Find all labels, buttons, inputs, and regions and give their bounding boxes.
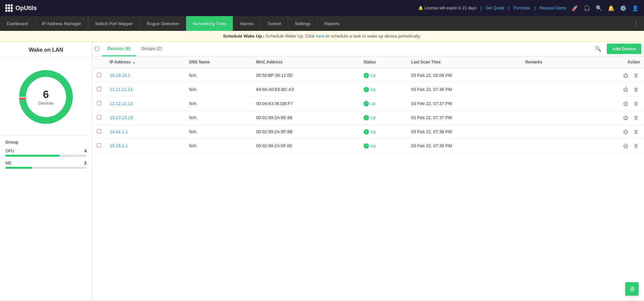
group-item: ME 2 [5,161,87,169]
select-all-checkbox[interactable] [95,47,99,51]
cell-dns: N/A [185,139,252,153]
delete-button[interactable]: 🗑 [632,100,640,107]
license-text: 🔔 License will expire in 21 days [418,6,477,10]
bottom-right-fab[interactable]: 🖥 [625,282,639,296]
delete-button[interactable]: 🗑 [632,128,640,135]
group-bar-bg [5,167,87,169]
nav-switch-mapper[interactable]: Switch Port Mapper [88,16,140,31]
row-checkbox[interactable] [97,115,101,119]
row-checkbox[interactable] [97,87,101,91]
donut-device-label: Devices [38,101,54,106]
nav-rogue-detection[interactable]: Rogue Detection [140,16,186,31]
cell-status: ✓ Up [360,139,407,153]
cell-action: ⏻ 🗑 [580,139,644,153]
banner-link[interactable]: here [316,34,325,39]
table-row: 15.15.1.1 N/A 00:02:99:2A:5F:00 ✓ Up 03 … [92,139,644,153]
donut-label: 6 Devices [38,88,54,106]
row-checkbox-cell [92,139,106,153]
content-layout: Wake on LAN 6 Devices [0,42,644,300]
tab-devices[interactable]: Devices (6) [102,42,136,56]
row-checkbox[interactable] [97,129,101,134]
cell-scan-time: 03 Feb 22, 07:38 PM [407,125,521,139]
nav-alarms[interactable]: Alarms [233,16,260,31]
headset-icon[interactable]: 🎧 [584,5,590,11]
nav-settings[interactable]: Settings [288,16,318,31]
license-notice: 🔔 License will expire in 21 days | Get Q… [418,6,566,10]
ip-link[interactable]: 13.13.13.13 [110,115,133,120]
row-checkbox[interactable] [97,101,101,105]
tab-groups[interactable]: Groups (2) [136,42,167,56]
ip-link[interactable]: 11.11.11.11 [110,87,133,92]
license-sep2: | [508,6,509,10]
cell-mac: 00:02:99:2A:5F:8B [252,125,360,139]
get-quote-link[interactable]: Get Quote [486,6,504,10]
ip-link[interactable]: 12.12.12.12 [110,101,133,106]
nav-more-icon[interactable]: ⋮ [627,20,644,27]
request-demo-link[interactable]: Request Demo [539,6,566,10]
license-sep3: | [534,6,535,10]
row-checkbox-cell [92,125,106,139]
delete-button[interactable]: 🗑 [632,114,640,121]
power-button[interactable]: ⏻ [622,86,630,93]
cell-action: ⏻ 🗑 [580,111,644,125]
power-button[interactable]: ⏻ [622,128,630,135]
table-row: 14.41.1.1 N/A 00:02:99:2A:5F:8B ✓ Up 03 … [92,125,644,139]
cell-mac: 00:02:99:2A:6E:88 [252,111,360,125]
col-header-remarks: Remarks [521,56,580,68]
cell-scan-time: 03 Feb 22, 07:39 PM [407,139,521,153]
user-icon[interactable]: 👤 [632,5,639,11]
cell-mac: 00:50:BF:00:11:0D [252,68,360,83]
tab-actions: 🔍 Add Device [592,44,641,54]
bell-icon[interactable]: 🔔 [608,5,614,11]
add-device-button[interactable]: Add Device [607,44,641,54]
group-item: OPU 4 [5,149,87,157]
ip-link[interactable]: 14.41.1.1 [110,129,128,134]
row-checkbox-cell [92,97,106,111]
nav-reports[interactable]: Reports [318,16,347,31]
search-icon[interactable]: 🔍 [596,5,602,11]
cell-ip: 15.15.1.1 [106,139,185,153]
table-search-button[interactable]: 🔍 [592,44,604,53]
delete-button[interactable]: 🗑 [632,142,640,149]
row-checkbox[interactable] [97,73,101,77]
nav-dashboard[interactable]: Dashboard [0,16,35,31]
delete-button[interactable]: 🗑 [632,72,640,79]
banner-prefix: Schedule Wake Up.: [223,34,265,39]
cell-dns: N/A [185,125,252,139]
status-up-icon: ✓ [364,115,369,120]
nav-toolset[interactable]: Toolset [261,16,288,31]
ip-link[interactable]: 15.15.1.1 [110,143,128,148]
rocket-icon[interactable]: 🚀 [572,5,578,11]
delete-button[interactable]: 🗑 [632,86,640,93]
cell-remarks [521,68,580,83]
status-up-icon: ✓ [364,101,369,106]
col-header-dns: DNS Name [185,56,252,68]
gear-icon[interactable]: ⚙️ [620,5,627,11]
ip-link[interactable]: 10.10.10.1 [110,73,130,78]
cell-dns: N/A [185,83,252,97]
purchase-link[interactable]: Purchase [513,6,530,10]
group-bar-bg [5,155,87,157]
cell-status: ✓ Up [360,111,407,125]
power-button[interactable]: ⏻ [622,142,630,149]
nav-networking-tools[interactable]: Networking Tools [186,16,233,31]
row-checkbox[interactable] [97,143,101,148]
cell-scan-time: 03 Feb 22, 07:37 PM [407,97,521,111]
col-header-scan-time: Last Scan Time [407,56,521,68]
group-name: ME [5,161,11,165]
row-checkbox-cell [92,111,106,125]
cell-ip: 14.41.1.1 [106,125,185,139]
table-row: 12.12.12.12 N/A 00:04:63:36:DB:F7 ✓ Up 0… [92,97,644,111]
power-button[interactable]: ⏻ [622,100,630,107]
cell-mac: 00:02:99:2A:5F:00 [252,139,360,153]
cell-remarks [521,83,580,97]
nav-ip-manager[interactable]: IP Address Manager [35,16,89,31]
col-header-ip[interactable]: IP Address ▲ [106,56,185,68]
cell-remarks [521,139,580,153]
devices-tbody: 10.10.10.1 N/A 00:50:BF:00:11:0D ✓ Up 03… [92,68,644,153]
power-button[interactable]: ⏻ [622,72,630,79]
app-logo[interactable]: OpUtils [5,4,37,12]
group-bar [5,167,32,169]
power-button[interactable]: ⏻ [622,114,630,121]
table-row: 10.10.10.1 N/A 00:50:BF:00:11:0D ✓ Up 03… [92,68,644,83]
